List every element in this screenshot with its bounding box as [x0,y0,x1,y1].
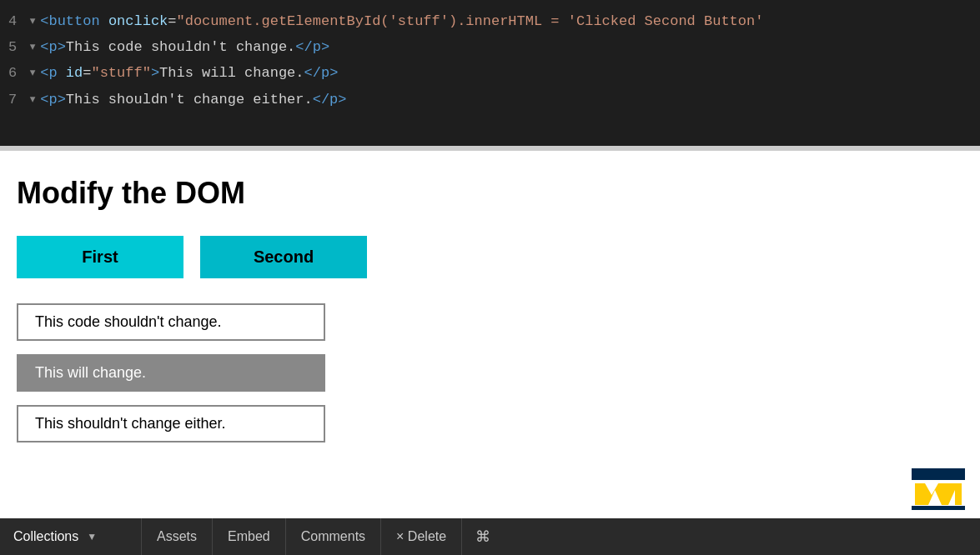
collections-button[interactable]: Collections ▼ [0,518,142,555]
svg-rect-1 [912,468,965,480]
code-line-4: 4 ▾ <button onclick="document.getElement… [0,8,980,34]
collections-dropdown-arrow: ▼ [87,531,97,542]
page-title: Modify the DOM [17,176,963,211]
main-content-area: Modify the DOM First Second This code sh… [0,151,980,518]
university-logo [912,468,965,510]
second-button[interactable]: Second [200,236,367,278]
code-line-7: 7 ▾ <p>This shouldn't change either.</p> [0,87,980,112]
line-number-7: 7 [8,88,25,111]
code-line-5: 5 ▾ <p>This code shouldn't change.</p> [0,34,980,60]
assets-button[interactable]: Assets [142,518,213,555]
code-editor-panel: 4 ▾ <button onclick="document.getElement… [0,0,980,146]
paragraph-3-box: This shouldn't change either. [17,405,325,442]
embed-button[interactable]: Embed [213,518,286,555]
line-number-5: 5 [8,36,25,58]
cmd-button[interactable]: ⌘ [462,518,504,555]
svg-rect-3 [912,506,965,510]
line-number-6: 6 [8,62,25,84]
line-number-4: 4 [8,10,25,32]
comments-button[interactable]: Comments [286,518,381,555]
paragraph-1-box: This code shouldn't change. [17,303,325,341]
collections-label: Collections [13,529,78,544]
bottom-toolbar: Collections ▼ Assets Embed Comments × De… [0,518,980,555]
paragraph-3-text: This shouldn't change either. [35,415,226,432]
button-row: First Second [17,236,963,278]
paragraph-2-text: This will change. [35,364,146,381]
paragraph-1-text: This code shouldn't change. [35,313,222,330]
first-button[interactable]: First [17,236,183,278]
delete-button[interactable]: × Delete [381,518,462,555]
code-line-6: 6 ▾ <p id="stuff">This will change.</p> [0,60,980,86]
paragraph-2-box: This will change. [17,354,325,392]
